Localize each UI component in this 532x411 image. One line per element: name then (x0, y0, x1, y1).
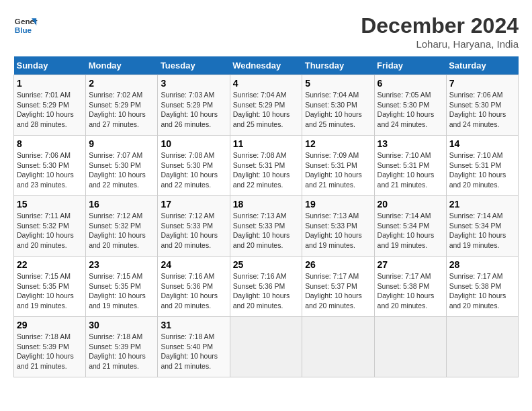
calendar-cell: 10 Sunrise: 7:08 AM Sunset: 5:30 PM Dayl… (158, 136, 230, 196)
day-info: Sunrise: 7:11 AM Sunset: 5:32 PM Dayligh… (17, 211, 83, 250)
day-info: Sunrise: 7:10 AM Sunset: 5:31 PM Dayligh… (378, 150, 443, 190)
day-number: 28 (449, 259, 515, 270)
day-number: 14 (449, 138, 515, 149)
title-area: December 2024 Loharu, Haryana, India (361, 13, 519, 50)
day-number: 21 (449, 199, 515, 210)
day-number: 22 (17, 259, 83, 270)
day-info: Sunrise: 7:18 AM Sunset: 5:40 PM Dayligh… (161, 332, 226, 371)
day-number: 10 (161, 138, 226, 149)
day-number: 17 (161, 199, 226, 210)
calendar-cell (446, 317, 518, 377)
calendar-week-5: 29 Sunrise: 7:18 AM Sunset: 5:39 PM Dayl… (14, 317, 519, 377)
calendar-cell: 4 Sunrise: 7:04 AM Sunset: 5:29 PM Dayli… (230, 75, 302, 136)
day-info: Sunrise: 7:18 AM Sunset: 5:39 PM Dayligh… (89, 332, 154, 371)
calendar-cell: 3 Sunrise: 7:03 AM Sunset: 5:29 PM Dayli… (158, 75, 230, 136)
calendar-cell: 28 Sunrise: 7:17 AM Sunset: 5:38 PM Dayl… (446, 257, 518, 317)
calendar-cell: 6 Sunrise: 7:05 AM Sunset: 5:30 PM Dayli… (374, 75, 446, 136)
day-info: Sunrise: 7:18 AM Sunset: 5:39 PM Dayligh… (17, 332, 83, 371)
calendar-week-3: 15 Sunrise: 7:11 AM Sunset: 5:32 PM Dayl… (14, 196, 519, 257)
day-number: 18 (233, 199, 300, 210)
calendar-cell: 23 Sunrise: 7:15 AM Sunset: 5:35 PM Dayl… (86, 257, 158, 317)
day-info: Sunrise: 7:06 AM Sunset: 5:30 PM Dayligh… (17, 150, 83, 190)
calendar-cell: 11 Sunrise: 7:08 AM Sunset: 5:31 PM Dayl… (230, 136, 302, 196)
calendar-cell: 21 Sunrise: 7:14 AM Sunset: 5:34 PM Dayl… (446, 196, 518, 257)
day-info: Sunrise: 7:08 AM Sunset: 5:30 PM Dayligh… (161, 150, 226, 190)
calendar-cell: 2 Sunrise: 7:02 AM Sunset: 5:29 PM Dayli… (86, 75, 158, 136)
day-number: 23 (89, 259, 154, 270)
calendar-cell (374, 317, 446, 377)
calendar-cell: 27 Sunrise: 7:17 AM Sunset: 5:38 PM Dayl… (374, 257, 446, 317)
calendar-cell: 12 Sunrise: 7:09 AM Sunset: 5:31 PM Dayl… (302, 136, 374, 196)
col-friday: Friday (374, 56, 446, 75)
calendar-cell: 31 Sunrise: 7:18 AM Sunset: 5:40 PM Dayl… (158, 317, 230, 377)
col-thursday: Thursday (302, 56, 374, 75)
day-number: 9 (89, 138, 154, 149)
calendar-cell (230, 317, 302, 377)
day-number: 15 (17, 199, 83, 210)
day-number: 5 (305, 78, 371, 89)
day-info: Sunrise: 7:10 AM Sunset: 5:31 PM Dayligh… (449, 150, 515, 190)
day-number: 3 (161, 78, 226, 89)
day-number: 8 (17, 138, 83, 149)
day-info: Sunrise: 7:17 AM Sunset: 5:38 PM Dayligh… (378, 271, 443, 311)
calendar-cell: 18 Sunrise: 7:13 AM Sunset: 5:33 PM Dayl… (230, 196, 302, 257)
calendar-cell (302, 317, 374, 377)
day-number: 20 (378, 199, 443, 210)
col-saturday: Saturday (446, 56, 518, 75)
day-number: 11 (233, 138, 300, 149)
col-wednesday: Wednesday (230, 56, 302, 75)
day-info: Sunrise: 7:02 AM Sunset: 5:29 PM Dayligh… (89, 90, 154, 130)
day-info: Sunrise: 7:12 AM Sunset: 5:32 PM Dayligh… (89, 211, 154, 250)
day-info: Sunrise: 7:05 AM Sunset: 5:30 PM Dayligh… (378, 90, 443, 130)
day-number: 30 (89, 320, 154, 330)
day-info: Sunrise: 7:13 AM Sunset: 5:33 PM Dayligh… (233, 211, 300, 250)
day-number: 16 (89, 199, 154, 210)
calendar-cell: 22 Sunrise: 7:15 AM Sunset: 5:35 PM Dayl… (14, 257, 86, 317)
day-info: Sunrise: 7:04 AM Sunset: 5:29 PM Dayligh… (233, 90, 300, 130)
calendar-week-2: 8 Sunrise: 7:06 AM Sunset: 5:30 PM Dayli… (14, 136, 519, 196)
day-info: Sunrise: 7:04 AM Sunset: 5:30 PM Dayligh… (305, 90, 371, 130)
day-info: Sunrise: 7:03 AM Sunset: 5:29 PM Dayligh… (161, 90, 226, 130)
day-info: Sunrise: 7:13 AM Sunset: 5:33 PM Dayligh… (305, 211, 371, 250)
calendar-week-1: 1 Sunrise: 7:01 AM Sunset: 5:29 PM Dayli… (14, 75, 519, 136)
svg-text:Blue: Blue (15, 26, 32, 34)
calendar-table: Sunday Monday Tuesday Wednesday Thursday… (13, 56, 519, 377)
day-number: 12 (305, 138, 371, 149)
day-info: Sunrise: 7:17 AM Sunset: 5:38 PM Dayligh… (449, 271, 515, 311)
calendar-cell: 1 Sunrise: 7:01 AM Sunset: 5:29 PM Dayli… (14, 75, 86, 136)
day-info: Sunrise: 7:17 AM Sunset: 5:37 PM Dayligh… (305, 271, 371, 311)
day-info: Sunrise: 7:16 AM Sunset: 5:36 PM Dayligh… (161, 271, 226, 311)
day-info: Sunrise: 7:15 AM Sunset: 5:35 PM Dayligh… (89, 271, 154, 311)
logo-icon: General Blue (13, 13, 38, 38)
day-number: 19 (305, 199, 371, 210)
calendar-cell: 14 Sunrise: 7:10 AM Sunset: 5:31 PM Dayl… (446, 136, 518, 196)
header-row: Sunday Monday Tuesday Wednesday Thursday… (14, 56, 519, 75)
day-number: 6 (378, 78, 443, 89)
calendar-cell: 25 Sunrise: 7:16 AM Sunset: 5:36 PM Dayl… (230, 257, 302, 317)
header: General Blue December 2024 Loharu, Harya… (13, 13, 519, 50)
day-number: 7 (449, 78, 515, 89)
day-info: Sunrise: 7:07 AM Sunset: 5:30 PM Dayligh… (89, 150, 154, 190)
day-info: Sunrise: 7:14 AM Sunset: 5:34 PM Dayligh… (449, 211, 515, 250)
calendar-cell: 13 Sunrise: 7:10 AM Sunset: 5:31 PM Dayl… (374, 136, 446, 196)
day-info: Sunrise: 7:14 AM Sunset: 5:34 PM Dayligh… (378, 211, 443, 250)
day-info: Sunrise: 7:08 AM Sunset: 5:31 PM Dayligh… (233, 150, 300, 190)
calendar-cell: 5 Sunrise: 7:04 AM Sunset: 5:30 PM Dayli… (302, 75, 374, 136)
day-number: 29 (17, 320, 83, 330)
calendar-week-4: 22 Sunrise: 7:15 AM Sunset: 5:35 PM Dayl… (14, 257, 519, 317)
month-title: December 2024 (361, 13, 519, 38)
day-number: 13 (378, 138, 443, 149)
day-number: 4 (233, 78, 300, 89)
day-info: Sunrise: 7:09 AM Sunset: 5:31 PM Dayligh… (305, 150, 371, 190)
logo: General Blue (13, 13, 38, 38)
calendar-cell: 9 Sunrise: 7:07 AM Sunset: 5:30 PM Dayli… (86, 136, 158, 196)
day-number: 25 (233, 259, 300, 270)
calendar-cell: 19 Sunrise: 7:13 AM Sunset: 5:33 PM Dayl… (302, 196, 374, 257)
day-number: 26 (305, 259, 371, 270)
calendar-cell: 17 Sunrise: 7:12 AM Sunset: 5:33 PM Dayl… (158, 196, 230, 257)
calendar-cell: 16 Sunrise: 7:12 AM Sunset: 5:32 PM Dayl… (86, 196, 158, 257)
location: Loharu, Haryana, India (361, 38, 519, 50)
calendar-cell: 30 Sunrise: 7:18 AM Sunset: 5:39 PM Dayl… (86, 317, 158, 377)
col-tuesday: Tuesday (158, 56, 230, 75)
calendar-cell: 26 Sunrise: 7:17 AM Sunset: 5:37 PM Dayl… (302, 257, 374, 317)
